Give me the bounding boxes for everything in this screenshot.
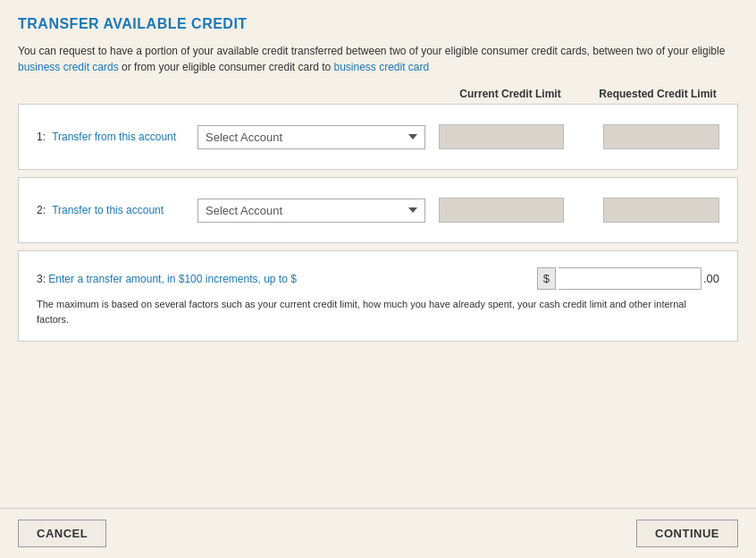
row3-number: 3: bbox=[37, 273, 46, 285]
requested-credit-limit-header: Requested Credit Limit bbox=[595, 88, 720, 100]
spacer bbox=[18, 349, 738, 499]
to-current-credit-display bbox=[439, 198, 564, 223]
current-credit-limit-header: Current Credit Limit bbox=[443, 88, 577, 100]
amount-label: 3: Enter a transfer amount, in $100 incr… bbox=[37, 273, 297, 285]
row3-label-text: Enter a transfer amount, in $100 increme… bbox=[48, 273, 297, 285]
row1-label-text: Transfer from this account bbox=[52, 131, 176, 143]
intro-text-part2: or from your eligible consumer credit ca… bbox=[122, 61, 333, 73]
row2-number: 2: bbox=[37, 204, 46, 216]
transfer-to-label: 2: Transfer to this account bbox=[37, 204, 197, 216]
from-current-credit-display bbox=[439, 124, 564, 149]
transfer-from-label: 1: Transfer from this account bbox=[37, 131, 197, 143]
dollar-sign: $ bbox=[537, 267, 556, 290]
amount-input-wrapper: $ .00 bbox=[537, 267, 719, 290]
business-credit-cards-link[interactable]: business credit cards bbox=[18, 61, 119, 73]
amount-row: 3: Enter a transfer amount, in $100 incr… bbox=[37, 267, 719, 290]
transfer-amount-section: 3: Enter a transfer amount, in $100 incr… bbox=[18, 250, 738, 342]
intro-text: You can request to have a portion of you… bbox=[18, 43, 738, 75]
column-headers: Current Credit Limit Requested Credit Li… bbox=[18, 88, 738, 100]
cancel-button[interactable]: CANCEL bbox=[18, 520, 106, 547]
from-requested-credit-display bbox=[603, 124, 719, 149]
transfer-to-select[interactable]: Select Account bbox=[197, 199, 425, 223]
continue-button[interactable]: CONTINUE bbox=[636, 520, 738, 547]
intro-text-part1: You can request to have a portion of you… bbox=[18, 45, 725, 57]
to-requested-credit-display bbox=[603, 198, 719, 223]
page-title: TRANSFER AVAILABLE CREDIT bbox=[18, 16, 738, 32]
amount-note: The maximum is based on several factors … bbox=[37, 297, 716, 326]
row1-number: 1: bbox=[37, 131, 46, 143]
transfer-from-row: 1: Transfer from this account Select Acc… bbox=[18, 104, 738, 170]
amount-decimal: .00 bbox=[703, 272, 719, 285]
footer: CANCEL CONTINUE bbox=[0, 508, 756, 558]
row2-label-text: Transfer to this account bbox=[52, 204, 164, 216]
business-credit-card-link[interactable]: business credit card bbox=[334, 61, 430, 73]
transfer-from-select[interactable]: Select Account bbox=[197, 125, 425, 149]
transfer-to-row: 2: Transfer to this account Select Accou… bbox=[18, 177, 738, 243]
transfer-amount-input[interactable] bbox=[559, 267, 701, 290]
